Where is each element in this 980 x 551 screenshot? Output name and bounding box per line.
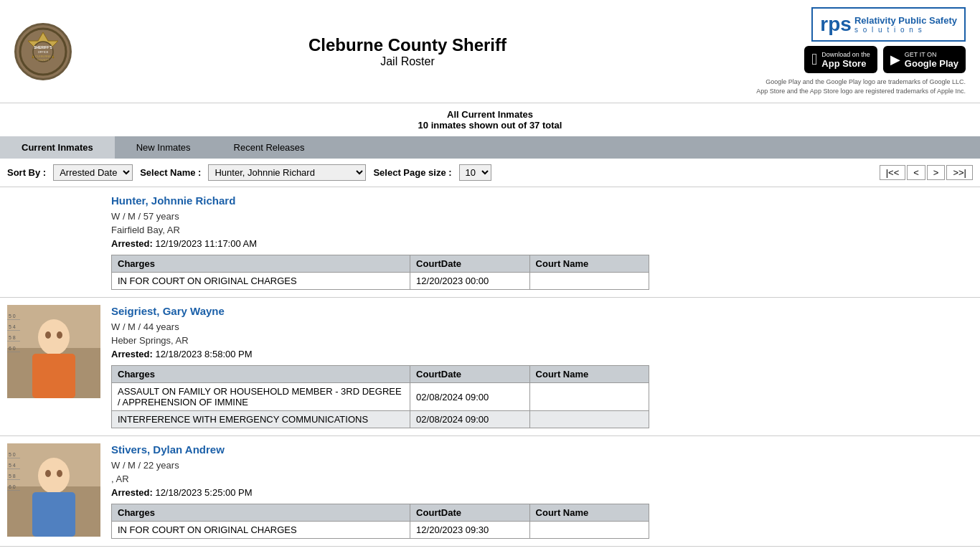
page-size-label: Select Page size : [373, 167, 451, 178]
charge-description: IN FOR COURT ON ORIGINAL CHARGES [112, 522, 410, 539]
svg-rect-14 [7, 319, 20, 320]
svg-rect-30 [7, 468, 20, 469]
court-date-header: CourtDate [410, 366, 529, 383]
app-buttons-container:  Download on the App Store ▶ GET IT ON … [804, 46, 966, 73]
court-date-value: 02/08/2024 09:00 [410, 383, 529, 411]
trademark-text: Google Play and the Google Play logo are… [756, 77, 966, 95]
google-play-icon: ▶ [890, 52, 900, 67]
charge-description: INTERFERENCE WITH EMERGENCY COMMUNICATIO… [112, 411, 410, 428]
page-header: SHERIFF'S OFFICE CLEBURNE COUNTY Cleburn… [0, 0, 980, 103]
charges-header: Charges [112, 504, 410, 522]
rps-letters: rps [820, 13, 852, 36]
tab-recent-releases[interactable]: Recent Releases [212, 136, 326, 159]
google-play-button[interactable]: ▶ GET IT ON Google Play [883, 46, 966, 73]
last-page-btn[interactable]: >>| [946, 165, 973, 180]
svg-rect-16 [7, 341, 20, 342]
inmate-arrested: Arrested: 12/18/2023 5:25:00 PM [111, 487, 973, 498]
inmate-list: Hunter, Johnnie Richard W / M / 57 years… [0, 187, 980, 551]
svg-point-28 [57, 470, 62, 477]
sheriff-badge-container: SHERIFF'S OFFICE CLEBURNE COUNTY [14, 23, 79, 80]
svg-point-10 [38, 319, 70, 355]
tab-current-inmates[interactable]: Current Inmates [0, 136, 115, 159]
google-play-text: GET IT ON Google Play [905, 51, 958, 69]
header-title-block: Cleburne County Sheriff Jail Roster [79, 35, 736, 68]
inmate-photo: 5 0 5 4 5 8 6 0 [7, 305, 100, 398]
svg-text:OFFICE: OFFICE [38, 50, 49, 54]
charge-description: IN FOR COURT ON ORIGINAL CHARGES [112, 273, 410, 290]
inmate-name[interactable]: Stivers, Dylan Andrew [111, 443, 973, 456]
sheriff-badge: SHERIFF'S OFFICE CLEBURNE COUNTY [14, 23, 72, 80]
next-page-btn[interactable]: > [927, 165, 946, 180]
charges-table: Charges CourtDate Court Name IN FOR COUR… [111, 255, 649, 290]
sort-by-label: Sort By : [7, 167, 46, 178]
inmate-row: 5 0 5 4 5 8 6 0 Stivers, Dylan Andrew W … [0, 436, 980, 547]
charges-header: Charges [112, 366, 410, 383]
select-name-label: Select Name : [140, 167, 201, 178]
rps-full-name: Relativity Public Safety [854, 15, 957, 26]
charge-row: IN FOR COURT ON ORIGINAL CHARGES 12/20/2… [112, 522, 649, 539]
court-date-value: 02/08/2024 09:00 [410, 411, 529, 428]
first-page-btn[interactable]: |<< [880, 165, 906, 180]
inmate-location: Fairfield Bay, AR [111, 225, 973, 235]
svg-rect-29 [7, 458, 20, 458]
court-date-header: CourtDate [410, 255, 529, 273]
nav-tabs: Current Inmates New Inmates Recent Relea… [0, 136, 980, 159]
court-name-header: Court Name [529, 255, 649, 273]
court-date-value: 12/20/2023 00:00 [410, 273, 529, 290]
name-select[interactable]: Hunter, Johnnie Richard [208, 164, 366, 181]
inmate-name[interactable]: Seigriest, Gary Wayne [111, 305, 973, 317]
inmate-row: 5 0 5 4 5 8 6 0 Seigriest, Gary Wayne W … [0, 298, 980, 436]
rps-name-block: Relativity Public Safety s o l u t i o n… [854, 15, 957, 34]
charges-table: Charges CourtDate Court Name ASSAULT ON … [111, 365, 649, 428]
charge-description: ASSAULT ON FAMILY OR HOUSEHOLD MEMBER - … [112, 383, 410, 411]
svg-point-12 [45, 331, 51, 339]
svg-point-25 [38, 458, 70, 494]
court-name-header: Court Name [529, 504, 649, 522]
app-store-button[interactable]:  Download on the App Store [804, 46, 877, 73]
svg-point-13 [57, 331, 62, 339]
inmate-demographics: W / M / 44 years [111, 321, 973, 332]
charges-table: Charges CourtDate Court Name IN FOR COUR… [111, 504, 649, 539]
svg-text:5 0: 5 0 [9, 452, 16, 457]
inmate-name[interactable]: Hunter, Johnnie Richard [111, 194, 973, 207]
inmate-arrested: Arrested: 12/19/2023 11:17:00 AM [111, 238, 973, 249]
inmate-location: Heber Springs, AR [111, 335, 973, 346]
tab-new-inmates[interactable]: New Inmates [115, 136, 212, 159]
svg-rect-31 [7, 479, 20, 480]
court-name-value [529, 273, 649, 290]
pagination: |<< < > >>| [880, 165, 973, 180]
inmate-info: Hunter, Johnnie Richard W / M / 57 years… [111, 194, 973, 290]
charge-row: INTERFERENCE WITH EMERGENCY COMMUNICATIO… [112, 411, 649, 428]
apple-icon:  [811, 50, 817, 69]
svg-text:6 0: 6 0 [9, 484, 16, 489]
prev-page-btn[interactable]: < [907, 165, 925, 180]
court-name-value [529, 383, 649, 411]
inmate-location: , AR [111, 474, 973, 484]
header-right-block: rps Relativity Public Safety s o l u t i… [736, 7, 966, 95]
charges-header: Charges [112, 255, 410, 273]
svg-rect-11 [32, 354, 75, 398]
svg-rect-17 [7, 352, 20, 352]
charge-row: IN FOR COURT ON ORIGINAL CHARGES 12/20/2… [112, 273, 649, 290]
inmate-row: 5 0 5 4 5 8 6 0 Houston, Bryan Colby W /… [0, 547, 980, 551]
page-size-select[interactable]: 10 [459, 164, 491, 181]
inmate-info: Stivers, Dylan Andrew W / M / 22 years ,… [111, 443, 973, 539]
app-store-text: Download on the App Store [821, 51, 870, 69]
svg-text:5 4: 5 4 [9, 463, 16, 468]
court-name-value [529, 411, 649, 428]
page-subtitle: Jail Roster [79, 55, 736, 68]
court-date-value: 12/20/2023 09:30 [410, 522, 529, 539]
court-date-header: CourtDate [410, 504, 529, 522]
court-name-value [529, 522, 649, 539]
svg-text:5 8: 5 8 [9, 335, 16, 340]
svg-text:5 4: 5 4 [9, 324, 16, 329]
inmate-arrested: Arrested: 12/18/2023 8:58:00 PM [111, 349, 973, 359]
rps-logo: rps Relativity Public Safety s o l u t i… [811, 7, 966, 42]
inmate-demographics: W / M / 22 years [111, 460, 973, 471]
svg-text:6 0: 6 0 [9, 346, 16, 351]
svg-rect-15 [7, 330, 20, 331]
inmate-summary: All Current Inmates 10 inmates shown out… [0, 103, 980, 136]
rps-subtitle: s o l u t i o n s [854, 26, 957, 34]
svg-text:SHERIFF'S: SHERIFF'S [34, 45, 53, 50]
sort-by-select[interactable]: Arrested Date [53, 164, 133, 181]
